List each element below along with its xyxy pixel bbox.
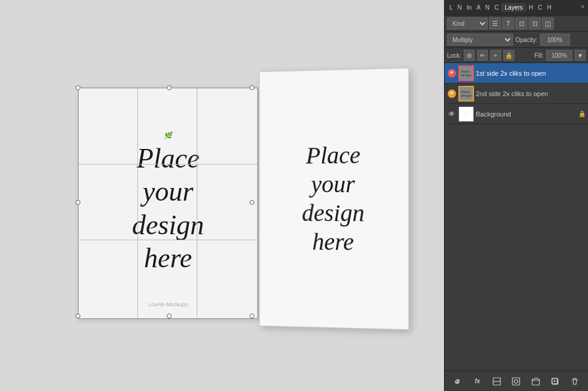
background-visibility[interactable]: 👁	[447, 109, 457, 119]
tab-h2[interactable]: H	[545, 4, 554, 11]
layer-row-2[interactable]: 👁 Placedesign 2nd side 2x cliks to open	[445, 83, 588, 104]
left-page: 🌿 Placeyourdesignhere LouFlo Mockups	[78, 88, 258, 319]
background-layer-name: Background	[476, 111, 577, 118]
tab-n[interactable]: N	[455, 4, 464, 11]
background-eye-icon: 👁	[448, 110, 455, 118]
tab-l[interactable]: L	[447, 4, 455, 11]
background-thumbnail: ░░	[458, 106, 474, 122]
lock-fill-row: Lock: ⊞ ✏ + 🔒 Fill: ▼	[445, 48, 588, 63]
left-page-content: 🌿 Placeyourdesignhere	[79, 88, 257, 318]
add-mask-btn[interactable]	[509, 375, 523, 388]
kind-dropdown[interactable]: Kind	[447, 17, 488, 29]
new-group-btn[interactable]	[529, 375, 542, 388]
layer-2-name: 2nd side 2x cliks to open	[476, 90, 586, 97]
fx-btn[interactable]: fx	[471, 375, 484, 388]
filter-smart-icon[interactable]: ◫	[542, 17, 554, 29]
watermark-left: LouFlo Mockups	[148, 302, 188, 308]
blend-opacity-row: Multiply Normal Screen Opacity:	[445, 32, 588, 48]
tab-h[interactable]: H	[526, 4, 535, 11]
lock-all-btn[interactable]: 🔒	[503, 50, 514, 61]
fill-input[interactable]	[546, 50, 572, 61]
link-layers-btn[interactable]	[451, 375, 464, 388]
mockup-container: 🌿 Placeyourdesignhere LouFlo Mockups P	[54, 58, 390, 334]
layers-panel: L N In A N C Layers H C H « Kind ☰ T ⊡ ⊡…	[444, 0, 588, 391]
lock-position-btn[interactable]: ✏	[477, 50, 488, 61]
filter-shape-icon[interactable]: ⊡	[529, 17, 541, 29]
fill-options-btn[interactable]: ▼	[575, 50, 586, 61]
layer-2-visibility[interactable]: 👁	[447, 89, 457, 99]
tab-a[interactable]: A	[474, 4, 483, 11]
background-lock-icon: 🔒	[578, 111, 586, 117]
layer-row-1[interactable]: 👁 Placedesign 1st side 2x cliks to open	[445, 63, 588, 83]
right-page: Placeyourdesignhere	[259, 67, 409, 329]
layer-2-eye-icon: 👁	[448, 89, 456, 98]
panel-bottom-toolbar: fx	[445, 371, 588, 391]
lock-pixels-btn[interactable]: ⊞	[464, 50, 475, 61]
new-fill-adjustment-btn[interactable]	[490, 375, 503, 388]
transform-handle-bl[interactable]	[76, 314, 80, 318]
transform-handle-bm[interactable]	[167, 314, 172, 318]
transform-handle-br[interactable]	[250, 314, 254, 318]
blend-mode-dropdown[interactable]: Multiply Normal Screen	[447, 34, 513, 46]
transform-handle-tl[interactable]	[76, 85, 80, 90]
fill-label: Fill:	[534, 52, 544, 59]
delete-layer-btn[interactable]	[568, 375, 581, 388]
svg-point-2	[514, 380, 518, 383]
transform-handle-tm[interactable]	[167, 85, 172, 90]
transform-handle-mr[interactable]	[250, 200, 254, 205]
layer-1-eye-icon: 👁	[448, 69, 456, 77]
tab-n2[interactable]: N	[483, 4, 492, 11]
lock-label: Lock:	[447, 52, 461, 59]
svg-rect-1	[512, 378, 520, 385]
transform-handle-tr[interactable]	[250, 85, 254, 90]
kind-filter-row: Kind ☰ T ⊡ ⊡ ◫	[445, 16, 588, 32]
filter-adjust-icon[interactable]: T	[502, 17, 514, 29]
transform-handle-ml[interactable]	[76, 200, 80, 205]
tab-c[interactable]: C	[492, 4, 501, 11]
leaf-top-left: 🌿	[164, 132, 172, 139]
canvas-area: 🌿 Placeyourdesignhere LouFlo Mockups P	[0, 0, 444, 391]
lock-artboard-btn[interactable]: +	[490, 50, 501, 61]
layer-1-thumbnail: Placedesign	[458, 65, 474, 81]
opacity-input[interactable]	[540, 34, 570, 46]
filter-text-icon[interactable]: ⊡	[515, 17, 527, 29]
left-page-text: Placeyourdesignhere	[132, 142, 204, 274]
layer-1-visibility[interactable]: 👁	[447, 68, 457, 78]
panel-collapse-btn[interactable]: «	[581, 3, 584, 10]
layer-row-background[interactable]: 👁 ░░ Background 🔒	[445, 104, 588, 124]
tab-in[interactable]: In	[464, 4, 474, 11]
right-page-text: Placeyourdesignhere	[302, 141, 364, 256]
tab-c2[interactable]: C	[536, 4, 545, 11]
layer-2-thumbnail: Placedesign	[458, 86, 474, 102]
new-layer-btn[interactable]	[548, 375, 562, 388]
right-page-content: Placeyourdesignhere	[260, 68, 408, 329]
panel-tabs: L N In A N C Layers H C H «	[445, 0, 588, 16]
opacity-label: Opacity:	[515, 37, 538, 43]
layer-1-name: 1st side 2x cliks to open	[476, 70, 586, 77]
left-page-wrapper[interactable]: 🌿 Placeyourdesignhere LouFlo Mockups	[72, 82, 258, 322]
tab-layers[interactable]: Layers	[501, 3, 526, 12]
filter-pixel-icon[interactable]: ☰	[489, 17, 501, 29]
layers-list: 👁 Placedesign 1st side 2x cliks to open …	[445, 63, 588, 371]
